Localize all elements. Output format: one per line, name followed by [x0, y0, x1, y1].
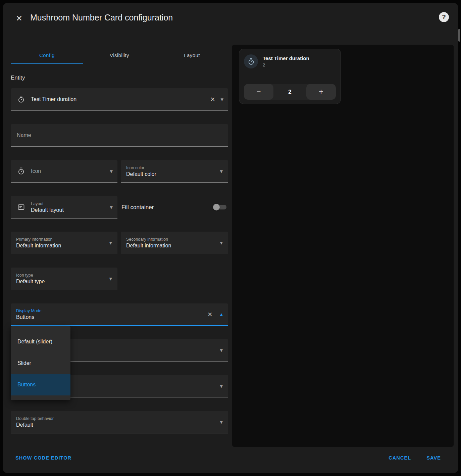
chevron-up-icon[interactable]: ▴: [220, 312, 223, 317]
timer-icon[interactable]: [244, 54, 258, 68]
name-field[interactable]: [11, 124, 228, 147]
card-header: Test Timer duration 2: [239, 49, 341, 68]
chevron-down-icon[interactable]: ▾: [220, 419, 223, 425]
icon-type-value: Default type: [16, 279, 112, 285]
display-mode-select[interactable]: Display Mode Buttons ✕ ▴: [11, 303, 228, 326]
chevron-down-icon[interactable]: ▾: [220, 97, 223, 102]
number-controls: − 2 +: [244, 84, 336, 100]
help-icon[interactable]: ?: [439, 12, 449, 22]
close-icon[interactable]: ✕: [12, 11, 26, 26]
name-input[interactable]: [11, 124, 228, 146]
primary-information-select[interactable]: Primary information Default information …: [11, 232, 117, 254]
layout-select[interactable]: Layout Default layout ▾: [11, 196, 117, 219]
card-configuration-dialog: ✕ Mushroom Number Card configuration ? C…: [3, 3, 458, 473]
card-text: Test Timer duration 2: [263, 55, 309, 67]
secondary-information-select[interactable]: Secondary information Default informatio…: [121, 232, 228, 254]
scrollbar-thumb[interactable]: [458, 29, 460, 42]
entity-select[interactable]: Test Timer duration ✕ ▾: [11, 88, 228, 111]
dialog-title: Mushroom Number Card configuration: [30, 13, 173, 22]
show-code-editor-button[interactable]: SHOW CODE EDITOR: [15, 455, 71, 461]
icon-color-label: Icon color: [126, 165, 223, 170]
card-preview-panel: Test Timer duration 2 − 2 +: [232, 45, 454, 447]
icon-type-label: Icon type: [16, 273, 112, 278]
chevron-down-icon[interactable]: ▾: [220, 240, 223, 246]
icon-color-value: Default color: [126, 171, 223, 177]
secondary-information-label: Secondary information: [126, 237, 223, 242]
display-mode-menu: Default (slider) Slider Buttons: [11, 326, 70, 400]
icon-type-select[interactable]: Icon type Default type ▾: [11, 268, 117, 290]
icon-select[interactable]: Icon ▾: [11, 160, 117, 183]
entity-value: Test Timer duration: [31, 96, 76, 102]
display-mode-icons: ✕ ▴: [207, 312, 223, 318]
double-tap-behavior-value: Default: [16, 422, 223, 428]
chevron-down-icon[interactable]: ▾: [109, 276, 112, 282]
card-state: 2: [263, 62, 309, 67]
fill-container-toggle[interactable]: [213, 203, 228, 211]
entity-section-label: Entity: [11, 75, 25, 81]
increment-button[interactable]: +: [306, 84, 336, 100]
cancel-button[interactable]: CANCEL: [389, 455, 411, 461]
fill-container-label: Fill container: [121, 196, 154, 219]
menu-item-buttons[interactable]: Buttons: [11, 374, 70, 395]
clear-icon[interactable]: ✕: [207, 312, 212, 318]
menu-item-default-slider[interactable]: Default (slider): [11, 331, 70, 352]
primary-information-label: Primary information: [16, 237, 112, 242]
number-card-preview[interactable]: Test Timer duration 2 − 2 +: [239, 49, 341, 104]
double-tap-behavior-label: Double tap behavior: [16, 416, 223, 421]
number-value: 2: [273, 89, 306, 95]
footer-actions: CANCEL SAVE: [389, 455, 441, 461]
save-button[interactable]: SAVE: [426, 455, 441, 461]
clear-icon[interactable]: ✕: [210, 96, 215, 102]
decrement-button[interactable]: −: [244, 84, 273, 100]
layout-value: Default layout: [31, 207, 64, 213]
layout-text: Layout Default layout: [31, 201, 64, 213]
icon-color-select[interactable]: Icon color Default color ▾: [121, 160, 228, 183]
layout-icon: [17, 203, 25, 211]
tab-bar: Config Visibility Layout: [11, 46, 228, 64]
tab-visibility[interactable]: Visibility: [83, 46, 156, 64]
timer-icon: [17, 167, 25, 176]
chevron-down-icon[interactable]: ▾: [109, 240, 112, 246]
toggle-thumb: [213, 204, 220, 210]
layout-label: Layout: [31, 201, 64, 206]
chevron-down-icon[interactable]: ▾: [220, 169, 223, 174]
primary-information-value: Default information: [16, 243, 112, 249]
card-title: Test Timer duration: [263, 55, 309, 61]
tab-config[interactable]: Config: [11, 46, 83, 64]
timer-icon: [17, 95, 25, 104]
menu-item-slider[interactable]: Slider: [11, 352, 70, 374]
chevron-down-icon[interactable]: ▾: [110, 204, 113, 210]
chevron-down-icon[interactable]: ▾: [220, 347, 223, 353]
display-mode-value: Buttons: [16, 314, 223, 320]
icon-placeholder: Icon: [31, 168, 41, 174]
display-mode-label: Display Mode: [16, 308, 223, 313]
chevron-down-icon[interactable]: ▾: [110, 169, 113, 174]
chevron-down-icon[interactable]: ▾: [220, 383, 223, 389]
tab-layout[interactable]: Layout: [156, 46, 228, 64]
secondary-information-value: Default information: [126, 243, 223, 249]
double-tap-behavior-select[interactable]: Double tap behavior Default ▾: [11, 411, 228, 433]
